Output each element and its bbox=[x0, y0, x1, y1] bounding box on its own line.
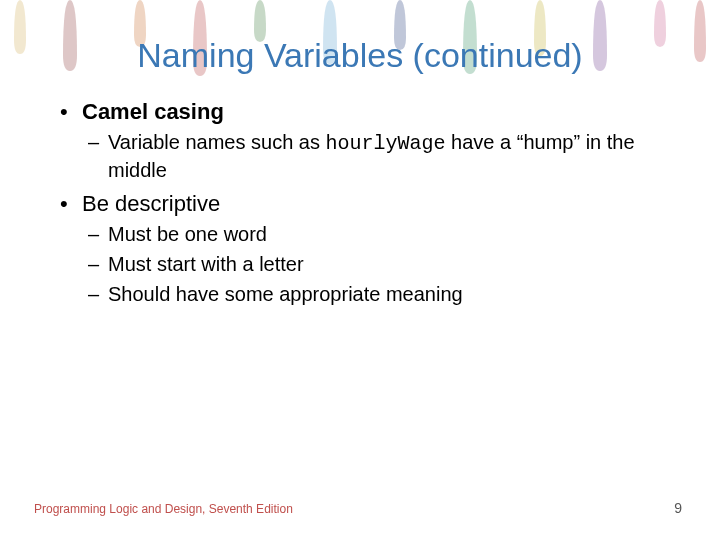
sub-bullet: Must start with a letter bbox=[82, 251, 672, 277]
sub-bullet-text-pre: Variable names such as bbox=[108, 131, 326, 153]
footer-book-title: Programming Logic and Design, Seventh Ed… bbox=[34, 502, 293, 516]
bullet-be-descriptive: Be descriptive Must be one word Must sta… bbox=[60, 191, 672, 307]
sub-bullet: Should have some appropriate meaning bbox=[82, 281, 672, 307]
bullet-label: Be descriptive bbox=[82, 191, 220, 216]
slide-title: Naming Variables (continued) bbox=[0, 0, 720, 99]
bullet-camel-casing: Camel casing Variable names such as hour… bbox=[60, 99, 672, 183]
sub-bullet: Variable names such as hourlyWage have a… bbox=[82, 129, 672, 183]
sub-bullet: Must be one word bbox=[82, 221, 672, 247]
slide-content: Camel casing Variable names such as hour… bbox=[0, 99, 720, 307]
sub-bullet-text: Must be one word bbox=[108, 223, 267, 245]
sub-bullet-text: Must start with a letter bbox=[108, 253, 304, 275]
sub-bullet-text: Should have some appropriate meaning bbox=[108, 283, 463, 305]
code-literal: hourlyWage bbox=[326, 132, 446, 155]
bullet-label: Camel casing bbox=[82, 99, 224, 124]
page-number: 9 bbox=[674, 500, 682, 516]
